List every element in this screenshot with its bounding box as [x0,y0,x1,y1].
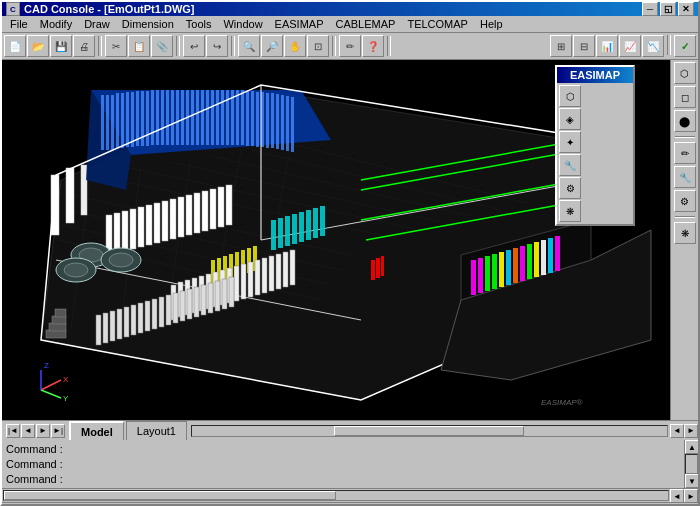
cad-viewport[interactable]: X Y Z EASIMAP® EASIMAP ⬡ [2,60,670,420]
menu-easimap[interactable]: EASIMAP [269,16,330,32]
tb-zoom-in[interactable]: 🔍 [238,35,260,57]
menu-file[interactable]: File [4,16,34,32]
tb-paste[interactable]: 📎 [151,35,173,57]
tab-last[interactable]: ►| [51,424,65,438]
rt-btn-1[interactable]: ⬡ [674,62,696,84]
svg-rect-57 [196,90,199,145]
tb-copy[interactable]: 📋 [128,35,150,57]
tb-draw[interactable]: ✏ [339,35,361,57]
tb-zoom-ext[interactable]: ⊡ [307,35,329,57]
svg-rect-33 [210,189,216,229]
tab-next[interactable]: ► [36,424,50,438]
h-scroll-thumb[interactable] [334,426,524,436]
cmd-h-thumb[interactable] [4,491,336,500]
svg-rect-153 [166,295,171,325]
tb-cut[interactable]: ✂ [105,35,127,57]
ep-btn-4[interactable]: 🔧 [559,154,581,176]
tb-snap5[interactable]: 📉 [642,35,664,57]
tab-prev[interactable]: ◄ [21,424,35,438]
svg-rect-24 [138,207,144,247]
svg-rect-106 [492,254,497,289]
svg-rect-157 [194,287,199,317]
svg-rect-87 [285,216,290,246]
tab-model[interactable]: Model [69,421,124,440]
menu-modify[interactable]: Modify [34,16,78,32]
tb-redo[interactable]: ↪ [206,35,228,57]
cmd-scroll-down[interactable]: ▼ [685,474,699,488]
command-line-1: Command : [6,442,680,456]
menu-help[interactable]: Help [474,16,509,32]
tb-zoom-out[interactable]: 🔎 [261,35,283,57]
tb-new[interactable]: 📄 [4,35,26,57]
rt-btn-6[interactable]: ⚙ [674,190,696,212]
svg-rect-138 [262,258,267,293]
rt-btn-4[interactable]: ✏ [674,142,696,164]
menu-window[interactable]: Window [217,16,268,32]
rt-btn-7[interactable]: ❋ [674,222,696,244]
rt-btn-3[interactable]: ⬤ [674,110,696,132]
ep-btn-6[interactable]: ❋ [559,200,581,222]
tb-sep-2 [176,36,180,56]
tb-snap3[interactable]: 📊 [596,35,618,57]
cmd-h-track[interactable] [3,490,669,501]
minimize-button[interactable]: ─ [642,2,658,16]
svg-point-122 [109,253,133,267]
menu-telcomap[interactable]: TELCOMAP [401,16,474,32]
ep-btn-1[interactable]: ⬡ [559,85,581,107]
tb-snap[interactable]: ⊞ [550,35,572,57]
svg-rect-145 [110,311,115,341]
menu-cablemap[interactable]: CABLEMAP [330,16,402,32]
tab-layout1[interactable]: Layout1 [126,421,187,440]
cmd-h-right[interactable]: ► [684,489,698,503]
ep-btn-2[interactable]: ◈ [559,108,581,130]
svg-rect-104 [478,258,483,293]
tb-snap2[interactable]: ⊟ [573,35,595,57]
svg-rect-88 [292,214,297,244]
svg-rect-27 [162,201,168,241]
svg-rect-18 [66,168,74,223]
h-scroll-right[interactable]: ► [684,424,698,438]
svg-rect-68 [251,91,254,146]
svg-rect-113 [541,240,546,275]
svg-rect-118 [381,256,384,276]
svg-text:Y: Y [63,394,69,403]
cmd-scroll-up[interactable]: ▲ [685,440,699,454]
rt-btn-2[interactable]: ◻ [674,86,696,108]
tb-print[interactable]: 🖨 [73,35,95,57]
cmd-scroll-track[interactable] [685,454,698,474]
svg-rect-117 [376,258,380,278]
svg-rect-110 [520,246,525,281]
tb-undo[interactable]: ↩ [183,35,205,57]
rt-btn-5[interactable]: 🔧 [674,166,696,188]
tb-help[interactable]: ❓ [362,35,384,57]
svg-rect-76 [291,97,294,152]
svg-rect-44 [131,92,134,147]
svg-rect-136 [248,262,253,297]
svg-rect-143 [96,315,101,345]
h-scroll-track[interactable] [191,425,668,437]
svg-rect-89 [299,212,304,242]
menu-tools[interactable]: Tools [180,16,218,32]
menu-draw[interactable]: Draw [78,16,116,32]
tb-open[interactable]: 📂 [27,35,49,57]
tb-sep-3 [231,36,235,56]
svg-rect-86 [278,218,283,248]
h-scroll-left[interactable]: ◄ [670,424,684,438]
tb-save[interactable]: 💾 [50,35,72,57]
ep-btn-3[interactable]: ✦ [559,131,581,153]
tb-pan[interactable]: ✋ [284,35,306,57]
svg-rect-51 [166,90,169,145]
ep-btn-5[interactable]: ⚙ [559,177,581,199]
svg-rect-59 [206,90,209,145]
cmd-h-left[interactable]: ◄ [670,489,684,503]
command-with-scroll: Command : Command : Command : ▲ ▼ [2,440,698,488]
command-vscroll: ▲ ▼ [684,440,698,488]
restore-button[interactable]: ◱ [660,2,676,16]
tab-first[interactable]: |◄ [6,424,20,438]
svg-rect-144 [103,313,108,343]
menu-dimension[interactable]: Dimension [116,16,180,32]
close-button[interactable]: ✕ [678,2,694,16]
tb-check[interactable]: ✓ [674,35,696,57]
svg-rect-53 [176,90,179,145]
tb-snap4[interactable]: 📈 [619,35,641,57]
